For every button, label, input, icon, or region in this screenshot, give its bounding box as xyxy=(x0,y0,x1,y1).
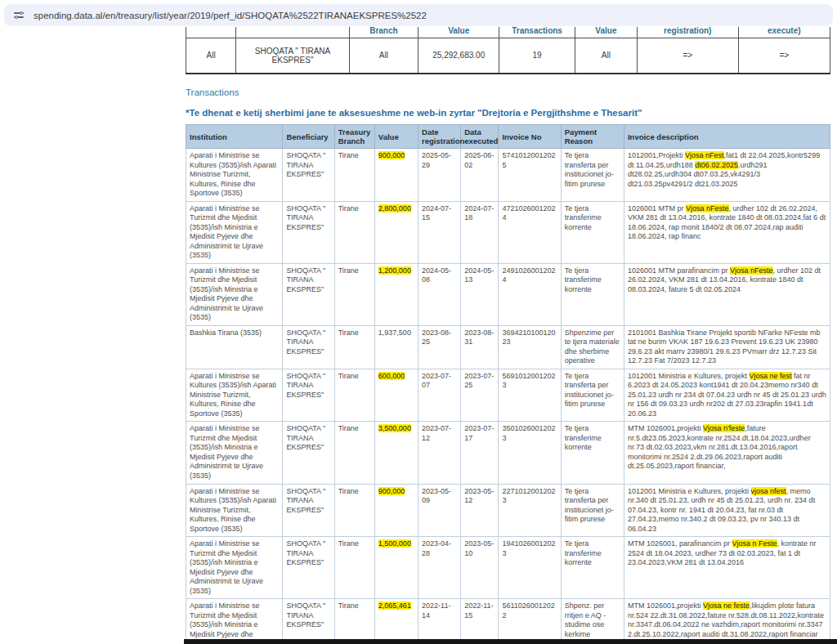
table-row: Aparati i Ministrise se Kultures (3535)/… xyxy=(186,484,830,537)
value-highlight: 2,065,461 xyxy=(378,602,411,610)
cell-value: 600,000 xyxy=(374,369,418,422)
cell-value: 900,000 xyxy=(374,484,418,537)
cell-invoice-description: 2101001 Bashkia Tirane Projekt sportib N… xyxy=(624,325,830,369)
value-highlight: 2,800,000 xyxy=(378,204,411,212)
summary-cell: 25,292,683.00 xyxy=(418,38,499,74)
summary-header-row: BranchValueTransactionsValueregistration… xyxy=(186,27,830,38)
summary-row: AllSHOQATA " TIRANA EKSPRES"All25,292,68… xyxy=(186,38,830,74)
cell-invoice_no: 369421010012023 xyxy=(499,325,561,369)
summary-header-cell: registration) xyxy=(638,27,738,38)
value-highlight: 900,000 xyxy=(378,151,405,159)
table-row: Aparati i Ministrise se Turizmit dhe Mje… xyxy=(186,422,830,484)
column-header[interactable]: Data executed xyxy=(461,125,499,149)
cell-reason: Shpenzime per te tjera materiale dhe she… xyxy=(561,325,624,369)
cell-institution: Aparati i Ministrise se Turizmit dhe Mje… xyxy=(186,422,283,484)
cell-reason: Te tjera transferime korrente xyxy=(561,201,624,263)
column-header[interactable]: Invoice description xyxy=(624,125,830,149)
cell-reason: Te tjera transferta per institucionet jo… xyxy=(561,484,624,537)
cell-invoice_no: 57410120012025 xyxy=(499,149,561,202)
summary-header-cell: Branch xyxy=(349,27,418,38)
cell-branch: Tirane xyxy=(334,599,374,644)
cell-beneficiary: SHOQATA " TIRANA EKSPRES" xyxy=(283,422,334,484)
cell-date_exec: 2025-06-02 xyxy=(461,149,499,202)
cell-institution: Aparati i Ministrise se Turizmit dhe Mje… xyxy=(186,537,283,599)
cell-date_exec: 2023-08-31 xyxy=(461,325,499,369)
cell-invoice_no: 22710120012023 xyxy=(499,484,561,537)
cell-invoice_no: 47210260012024 xyxy=(499,201,561,263)
cell-invoice-description: MTM 1026001,projekti Vjosa ne feste,liku… xyxy=(624,599,830,644)
cell-reason: Te tjera transferta per institucionet jo… xyxy=(561,149,624,202)
cell-branch: Tirane xyxy=(334,325,374,369)
cell-beneficiary: SHOQATA " TIRANA EKSPRES" xyxy=(283,149,334,202)
cell-value: 2,800,000 xyxy=(374,201,418,263)
search-highlight: Vjosa nFeste xyxy=(730,266,773,275)
cell-invoice-description: 1012001,Projekti Vjosa nFest,fat1 dt 22.… xyxy=(624,149,830,202)
cell-date_exec: 2023-07-17 xyxy=(461,422,499,484)
url-text[interactable]: spending.data.al/en/treasury/list/year/2… xyxy=(34,11,427,20)
table-row: Bashkia Tirana (3535)SHOQATA " TIRANA EK… xyxy=(186,325,830,369)
cell-date_reg: 2024-05-08 xyxy=(418,263,461,325)
cell-invoice_no: 56110260012022 xyxy=(499,599,561,644)
search-highlight: Vjosa nFest xyxy=(685,151,724,159)
search-highlight: Vjosa n'feste xyxy=(703,424,745,432)
cell-invoice-description: MTM 1026001,projekti Vjosa n'feste,fatur… xyxy=(624,422,830,484)
browser-chrome: spending.data.al/en/treasury/list/year/2… xyxy=(0,0,837,29)
cell-invoice-description: 1026001 MTM pr Vjosa nFeste, urdher 102 … xyxy=(624,201,830,263)
summary-cell: All xyxy=(575,38,637,74)
summary-header-cell: execute) xyxy=(738,27,830,38)
cell-beneficiary: SHOQATA " TIRANA EKSPRES" xyxy=(283,201,334,263)
cell-invoice_no: 24910260012024 xyxy=(499,263,561,325)
cell-beneficiary: SHOQATA " TIRANA EKSPRES" xyxy=(283,369,334,422)
summary-header-cell xyxy=(236,27,350,38)
cell-date_reg: 2023-08-25 xyxy=(418,325,461,369)
cell-institution: Aparati i Ministrise se Kultures (3535)/… xyxy=(186,484,283,537)
cell-value: 3,500,000 xyxy=(374,422,418,484)
summary-arrow-link[interactable]: => xyxy=(738,38,830,74)
cell-institution: Bashkia Tirana (3535) xyxy=(186,325,283,369)
cell-date_exec: 2023-05-12 xyxy=(461,484,499,537)
column-header[interactable]: Date registration xyxy=(418,125,461,149)
cell-branch: Tirane xyxy=(334,201,374,263)
address-bar[interactable]: spending.data.al/en/treasury/list/year/2… xyxy=(4,4,833,26)
column-header[interactable]: Payment Reason xyxy=(561,125,624,149)
summary-cell: SHOQATA " TIRANA EKSPRES" xyxy=(236,38,350,74)
cell-beneficiary: SHOQATA " TIRANA EKSPRES" xyxy=(283,484,334,537)
summary-table: BranchValueTransactionsValueregistration… xyxy=(186,27,830,74)
search-highlight: Vjosa ne feste xyxy=(703,602,750,610)
cell-institution: Aparati i Ministrise se Turizmit dhe Mje… xyxy=(186,599,283,644)
summary-cell: All xyxy=(349,38,418,74)
search-highlight: vjosa nfest xyxy=(751,487,786,495)
transactions-heading: Transactions xyxy=(186,87,830,97)
table-row: Aparati i Ministrise se Turizmit dhe Mje… xyxy=(186,201,830,263)
bottom-scrollbar[interactable] xyxy=(184,639,837,644)
transactions-body: Aparati i Ministrise se Kultures (3535)/… xyxy=(186,149,830,644)
cell-date_exec: 2023-07-25 xyxy=(461,369,499,422)
cell-institution: Aparati i Ministrise se Kultures (3535)/… xyxy=(186,149,283,202)
cell-date_reg: 2025-05-29 xyxy=(418,149,461,202)
cell-institution: Aparati i Ministrise se Turizmit dhe Mje… xyxy=(186,263,283,325)
cell-reason: Te tjera transferime korrente xyxy=(561,263,624,325)
value-highlight: 1,500,000 xyxy=(378,539,411,548)
cell-date_exec: 2022-11-15 xyxy=(461,599,499,644)
cell-date_reg: 2024-07-15 xyxy=(418,201,461,263)
search-highlight: dt06.02.2025 xyxy=(695,161,738,169)
summary-header-cell: Transactions xyxy=(499,27,575,38)
cell-reason: Te tjera transferime korrente xyxy=(561,422,624,484)
treasury-note: *Te dhenat e ketij sherbimi jane te akse… xyxy=(186,108,830,118)
column-header[interactable]: Treasury Branch xyxy=(334,125,374,149)
transactions-header-row: InstitutionBeneficiaryTreasury BranchVal… xyxy=(186,125,830,149)
column-header[interactable]: Institution xyxy=(186,125,283,149)
cell-invoice-description: 1026001 MTM parafinancim pr Vjosa nFeste… xyxy=(624,263,830,325)
summary-header-cell: Value xyxy=(418,27,499,38)
table-row: Aparati i Ministrise se Turizmit dhe Mje… xyxy=(186,537,830,599)
column-header[interactable]: Value xyxy=(374,125,418,149)
summary-header-cell xyxy=(186,27,236,38)
value-highlight: 3,500,000 xyxy=(378,424,411,432)
cell-institution: Aparati i Ministrise se Turizmit dhe Mje… xyxy=(186,201,283,263)
summary-arrow-link[interactable]: => xyxy=(638,38,738,74)
transactions-table: InstitutionBeneficiaryTreasury BranchVal… xyxy=(186,124,830,644)
column-header[interactable]: Invoice No xyxy=(499,125,561,149)
column-header[interactable]: Beneficiary xyxy=(283,125,334,149)
cell-branch: Tirane xyxy=(334,369,374,422)
site-settings-icon[interactable] xyxy=(14,10,25,21)
